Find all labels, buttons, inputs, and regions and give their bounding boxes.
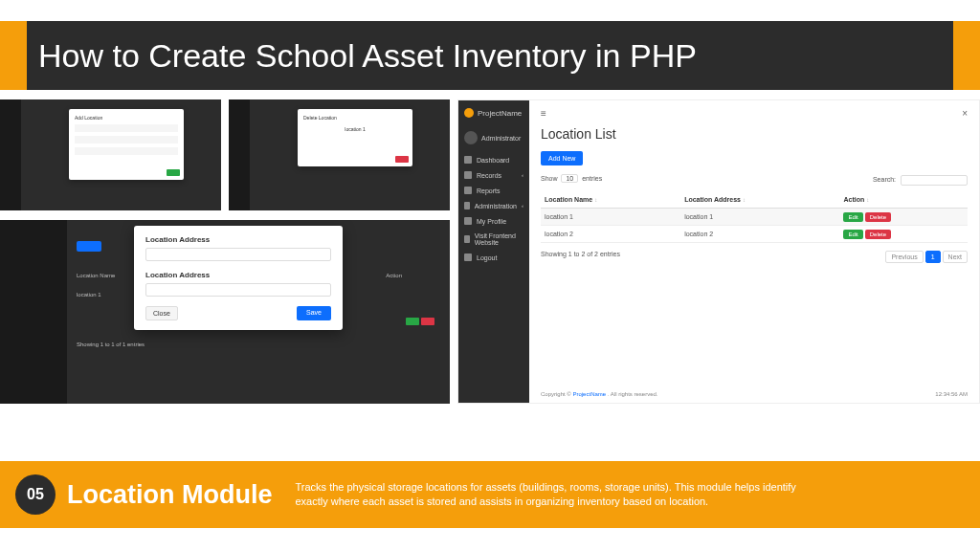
footer: Copyright © ProjectName . All rights res…	[541, 391, 968, 397]
show-label: Show	[541, 175, 558, 182]
showing-label: Showing 1 to 2 of 2 entries	[541, 251, 620, 263]
sidebar-item-label: My Profile	[477, 218, 506, 225]
content-title: Location List	[541, 126, 968, 142]
edit-button[interactable]: Edit	[843, 230, 862, 239]
header-bar: How to Create School Asset Inventory in …	[0, 21, 980, 90]
sort-icon: ↕	[743, 197, 746, 203]
module-title: Location Module	[67, 480, 272, 510]
sort-icon: ↕	[866, 197, 869, 203]
bottom-banner: 05 Location Module Tracks the physical s…	[0, 461, 980, 528]
location-address-input-1[interactable]	[145, 248, 331, 261]
entries-select[interactable]: 10	[561, 174, 578, 183]
copyright-brand[interactable]: ProjectName	[572, 391, 606, 397]
hamburger-icon[interactable]: ≡	[541, 108, 546, 119]
page-title: How to Create School Asset Inventory in …	[38, 37, 697, 75]
cell-name: location 1	[541, 209, 680, 226]
col-action: Action ↕	[839, 191, 968, 209]
prev-button[interactable]: Previous	[885, 251, 923, 263]
module-description: Tracks the physical storage locations fo…	[295, 480, 812, 510]
logout-icon	[464, 253, 472, 261]
pagination: Previous 1 Next	[885, 251, 968, 263]
field-label: Location Address	[145, 235, 331, 244]
cell-action: EditDelete	[839, 226, 968, 243]
table-row: location 1 location 1 EditDelete	[541, 209, 968, 226]
close-icon[interactable]: ×	[962, 108, 968, 119]
cell-action: EditDelete	[839, 209, 968, 226]
entries-label: entries	[582, 175, 602, 182]
entries-control: Show 10 entries	[541, 175, 602, 186]
sidebar-item-logout[interactable]: Logout	[458, 250, 529, 265]
cell-address: location 2	[680, 226, 839, 243]
save-button[interactable]: Save	[297, 306, 331, 320]
delete-button[interactable]: Delete	[865, 212, 891, 222]
search-label: Search:	[873, 176, 896, 183]
location-list-screenshot: ProjectName Administrator Dashboard Reco…	[457, 99, 980, 404]
left-column: Add Location Delete Location location 1	[0, 99, 450, 453]
sidebar-item-label: Visit Frontend Website	[475, 232, 523, 246]
location-address-input-2[interactable]	[145, 283, 331, 297]
col-name[interactable]: Location Name ↕	[541, 191, 680, 209]
chevron-left-icon: ‹	[522, 203, 523, 209]
thumbnail-delete-modal: Delete Location location 1	[229, 99, 450, 210]
edit-button[interactable]: Edit	[843, 212, 862, 222]
field-label: Location Address	[145, 271, 331, 279]
avatar	[464, 131, 478, 144]
profile-icon	[464, 217, 472, 225]
copyright-post: . All rights reserved.	[608, 391, 658, 397]
main-content: Add Location Delete Location location 1	[0, 90, 980, 453]
location-table: Location Name ↕ Location Address ↕ Actio…	[541, 191, 968, 243]
globe-icon	[464, 235, 470, 243]
module-number-badge: 05	[15, 474, 56, 515]
user-label: Administrator	[481, 135, 521, 142]
table-row: location 2 location 2 EditDelete	[541, 226, 968, 243]
sidebar-item-label: Records	[477, 172, 501, 179]
sidebar-item-reports[interactable]: Reports	[458, 183, 529, 198]
sidebar-item-admin[interactable]: Administration‹	[458, 198, 529, 213]
timestamp: 12:34:56 AM	[935, 391, 968, 397]
add-new-button[interactable]: Add New	[541, 151, 583, 165]
chevron-left-icon: ‹	[522, 172, 523, 178]
delete-button[interactable]: Delete	[865, 230, 891, 239]
sidebar-item-label: Reports	[477, 187, 501, 194]
content-area: ≡ × Location List Add New Show 10 entrie…	[529, 100, 979, 403]
brand-icon	[464, 108, 474, 118]
records-icon	[464, 171, 472, 179]
sidebar-item-dashboard[interactable]: Dashboard	[458, 152, 529, 167]
header-inner: How to Create School Asset Inventory in …	[27, 21, 953, 90]
search-control: Search:	[873, 175, 968, 186]
sort-icon: ↕	[594, 197, 597, 203]
page-1-button[interactable]: 1	[925, 251, 941, 263]
sidebar-item-frontend[interactable]: Visit Frontend Website	[458, 229, 529, 250]
edit-modal: Location Address Location Address Close …	[134, 226, 343, 330]
search-input[interactable]	[901, 175, 968, 186]
col-address[interactable]: Location Address ↕	[680, 191, 839, 209]
sidebar-item-label: Administration	[475, 203, 517, 209]
thumbnail-edit-modal-large: Location Name Action location 1 Showing …	[0, 220, 450, 404]
brand-label: ProjectName	[478, 109, 522, 118]
sidebar: ProjectName Administrator Dashboard Reco…	[458, 100, 529, 403]
close-button[interactable]: Close	[145, 306, 178, 320]
sidebar-user: Administrator	[458, 127, 529, 152]
thumbnail-add-modal: Add Location	[0, 99, 221, 210]
next-button[interactable]: Next	[943, 251, 968, 263]
dashboard-icon	[464, 156, 472, 164]
cell-name: location 2	[541, 226, 680, 243]
sidebar-item-profile[interactable]: My Profile	[458, 213, 529, 229]
cell-address: location 1	[680, 209, 839, 226]
sidebar-item-label: Logout	[477, 254, 497, 261]
thumbnail-row: Add Location Delete Location location 1	[0, 99, 450, 210]
sidebar-item-label: Dashboard	[477, 157, 509, 164]
reports-icon	[464, 187, 472, 194]
copyright-pre: Copyright ©	[541, 391, 571, 397]
sidebar-item-records[interactable]: Records‹	[458, 167, 529, 183]
admin-icon	[464, 202, 470, 209]
brand: ProjectName	[458, 108, 529, 127]
